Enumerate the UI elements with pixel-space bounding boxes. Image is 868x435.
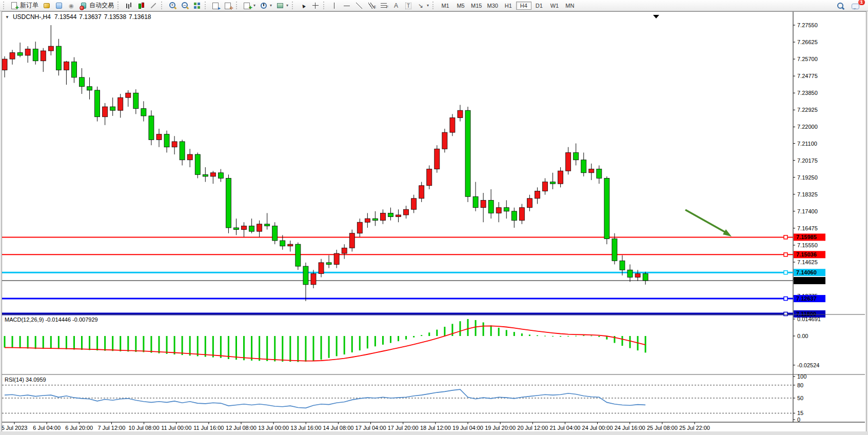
channel-button[interactable] (365, 0, 378, 11)
svg-text:7.26625: 7.26625 (797, 39, 818, 45)
chevron-down-icon: ▾ (286, 3, 288, 8)
toolbar-grip[interactable] (432, 2, 436, 9)
timeframe-h1[interactable]: H1 (501, 2, 516, 10)
collapse-triangle-icon[interactable]: ▼ (5, 15, 9, 19)
cursor-icon (299, 2, 307, 10)
chart-shift-icon (224, 2, 232, 10)
chart-window[interactable]: ▼ USDCNH-,H4 7.13544 7.13637 7.13538 7.1… (2, 11, 866, 432)
rsi-line (5, 389, 645, 408)
svg-text:25 Jul 08:00: 25 Jul 08:00 (647, 425, 678, 430)
ch art-canvas[interactable]: 7.275507.266257.257007.247757.238507.229… (2, 12, 865, 430)
svg-text:-0.02524: -0.02524 (797, 362, 819, 368)
zoom-in-button[interactable] (166, 0, 179, 11)
indicators-button[interactable]: ▾ (241, 0, 258, 11)
svg-text:13 Jul 00:00: 13 Jul 00:00 (258, 425, 289, 430)
line-chart-button[interactable] (147, 0, 160, 11)
svg-text:24 Jul 00:00: 24 Jul 00:00 (582, 425, 613, 430)
signal-icon (67, 2, 75, 10)
notifications-button[interactable]: 1 (849, 0, 863, 11)
svg-text:7.13618: 7.13618 (796, 278, 817, 284)
svg-text:100: 100 (797, 373, 806, 380)
timeframe-w1[interactable]: W1 (547, 2, 562, 10)
level-handle (784, 271, 787, 274)
candlestick-chart-button[interactable] (135, 0, 147, 11)
search-icon (836, 2, 844, 10)
timeframe-m30[interactable]: M30 (484, 2, 500, 10)
toolbar-grip[interactable] (236, 2, 240, 9)
auto-scroll-button[interactable] (210, 0, 222, 11)
svg-text:0: 0 (797, 417, 800, 423)
tile-windows-button[interactable] (191, 0, 203, 11)
svg-text:11 Jul 00:00: 11 Jul 00:00 (161, 425, 191, 430)
svg-text:7.27550: 7.27550 (797, 22, 818, 28)
svg-text:19 Jul 04:00: 19 Jul 04:00 (452, 425, 483, 430)
horizontal-line-button[interactable] (341, 0, 353, 11)
auto-scroll-icon (212, 2, 220, 10)
channel-icon (367, 2, 376, 10)
arrow-annotation[interactable] (685, 210, 732, 236)
vertical-line-icon (330, 2, 339, 10)
timeframe-m5[interactable]: M5 (453, 2, 468, 10)
signal-button[interactable] (65, 0, 77, 11)
timeframe-h4[interactable]: H4 (516, 2, 531, 10)
vertical-line-button[interactable] (328, 0, 341, 11)
indicators-icon (243, 2, 251, 10)
toolbar-grip[interactable] (3, 2, 7, 9)
notification-badge: 1 (858, 0, 865, 5)
window-button[interactable] (53, 0, 65, 11)
svg-text:7.16475: 7.16475 (797, 225, 818, 231)
search-button[interactable] (834, 0, 846, 11)
svg-text:25 Jul 22:00: 25 Jul 22:00 (679, 425, 710, 430)
text-button[interactable] (390, 0, 402, 11)
toolbar-grip[interactable] (323, 2, 327, 9)
timeframe-d1[interactable]: D1 (531, 2, 547, 10)
cursor-button[interactable] (297, 0, 309, 11)
autotrading-button[interactable]: 自动交易 (77, 0, 116, 11)
svg-text:10 Jul 08:00: 10 Jul 08:00 (129, 425, 160, 430)
clock-icon (260, 2, 268, 10)
crosshair-icon (311, 2, 320, 10)
chart-header: ▼ USDCNH-,H4 7.13544 7.13637 7.13538 7.1… (5, 13, 151, 21)
trendline-button[interactable] (353, 0, 365, 11)
text-label-button[interactable] (402, 0, 415, 11)
timeframe-m15[interactable]: M15 (468, 2, 484, 10)
new-order-button[interactable]: 新订单 (8, 0, 41, 11)
chevron-down-icon: ▾ (253, 3, 255, 8)
bar-chart-icon (125, 2, 133, 10)
periods-button[interactable]: ▾ (258, 0, 274, 11)
chart-shift-marker[interactable] (653, 15, 659, 18)
rsi-pane: 1008050150 (2, 373, 806, 423)
timeframe-mn[interactable]: MN (562, 2, 578, 10)
gold-box-icon (43, 2, 51, 10)
svg-text:7.25700: 7.25700 (797, 56, 818, 62)
svg-text:50: 50 (797, 395, 803, 401)
toolbar-grip[interactable] (117, 2, 121, 9)
gold-box-button[interactable] (41, 0, 53, 11)
svg-text:7.15985: 7.15985 (796, 234, 817, 240)
svg-text:7.12637: 7.12637 (796, 295, 817, 302)
svg-text:18 Jul 12:00: 18 Jul 12:00 (420, 425, 451, 430)
ohlc-close: 7.13618 (129, 13, 151, 21)
ohlc-high: 7.13637 (79, 13, 101, 21)
toolbar-grip[interactable] (292, 2, 295, 9)
toolbar-grip[interactable] (205, 2, 208, 9)
ohlc-low: 7.13538 (104, 13, 126, 21)
timeframe-m1[interactable]: M1 (438, 2, 453, 10)
zoom-out-button[interactable] (179, 0, 191, 11)
zoom-out-icon (181, 2, 189, 10)
svg-text:7.19250: 7.19250 (797, 174, 818, 181)
arrows-button[interactable]: ▾ (415, 0, 431, 11)
crosshair-button[interactable] (309, 0, 322, 11)
svg-text:5 Jul 2023: 5 Jul 2023 (2, 425, 27, 430)
chevron-down-icon: ▾ (427, 3, 429, 8)
horizontal-level-lines[interactable] (2, 235, 793, 316)
bar-chart-button[interactable] (123, 0, 135, 11)
chart-shift-button[interactable] (222, 0, 234, 11)
macd-signal-line (5, 326, 645, 361)
svg-text:7.18325: 7.18325 (797, 191, 818, 197)
svg-text:80: 80 (797, 382, 803, 388)
templates-button[interactable]: ▾ (274, 0, 290, 11)
arrows-icon (417, 2, 425, 10)
toolbar-grip[interactable] (161, 2, 165, 9)
fibonacci-button[interactable] (378, 0, 390, 11)
